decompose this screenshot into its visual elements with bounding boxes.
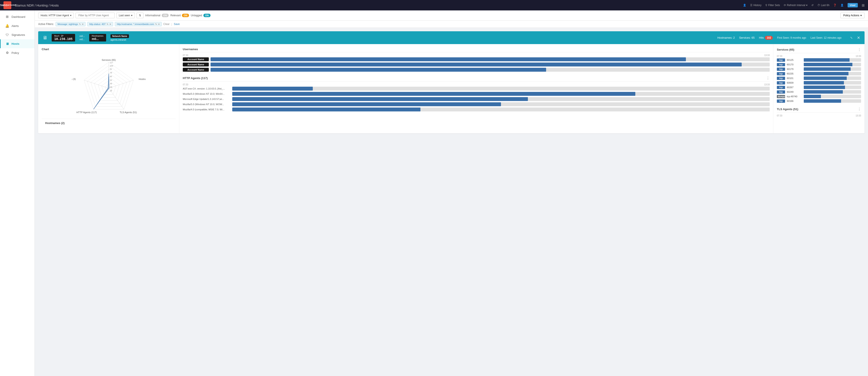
expand-icon[interactable]: ⤡ [850,36,852,39]
http-agent-bar-2 [232,97,528,101]
http-agents-more[interactable]: ⋮ [766,76,770,80]
filter-chip-0-edit[interactable]: ✎ [79,23,81,25]
proto-badge-8: dcerpc [777,95,785,98]
host-name-area: m0... m0... [80,35,85,40]
grid-icon[interactable]: ⊞ [862,3,865,7]
usernames-title: Usernames [183,48,198,51]
history-btn[interactable]: ☰ History [750,4,762,7]
sidebar-item-dashboard[interactable]: ⊞ Dashboard [0,12,34,21]
http-agent-bar-track-3 [232,102,770,106]
service-row-2: tcp 60179 [777,67,861,71]
refresh-interval-btn[interactable]: ⟳ Refresh Interval ▾ [784,4,807,7]
service-bar-3 [804,72,848,76]
service-row-1: tcp 60170 [777,63,861,66]
filter-type-dropdown[interactable]: Hosts: HTTP User Agent ▾ [38,12,74,18]
service-bar-track-3 [804,72,861,76]
hostnames-stat: Hostnames: 2 [717,36,735,39]
filter-input[interactable] [75,12,115,18]
svg-text:65: 65 [110,76,112,78]
service-row-4: tcp 60101 [777,77,861,80]
content-area: 🖥 Host IP 10.236.105 m0... m0... Hostnam… [35,28,868,376]
username-bar-2 [211,68,546,72]
user-badge[interactable]: User [847,3,858,7]
service-bar-track-0 [804,58,861,62]
http-agents-subsection: HTTP Agents (117) ⋮ 07:33 13:33 AST-exe-… [183,76,770,111]
service-bar-track-1 [804,63,861,66]
port-label-0: 60125 [787,59,802,61]
close-btn[interactable]: ✕ [857,35,860,40]
hosts-icon: 🖥 [5,42,9,46]
filter-chip-2-text: http.hostname: *.imrworldwide.com [117,23,154,25]
filter-chip-2: http.hostname: *.imrworldwide.com ✎ ✕ [115,22,161,26]
active-filters-label: Active Filters: [38,23,54,26]
svg-text:Usernames (3): Usernames (3) [72,78,76,80]
sidebar-item-alerts[interactable]: 🔔 Alerts [0,21,34,30]
logo[interactable]: STAMVS NETWORKS [3,1,11,9]
service-bar-track-7 [804,90,861,94]
filter-chip-1-remove[interactable]: ✕ [110,23,111,25]
filter-chip-2-remove[interactable]: ✕ [158,23,160,25]
policy-icon: ⚙ [5,51,9,55]
sidebar-label-signatures: Signatures [11,33,25,36]
sort-order-btn[interactable]: ⇅ [136,12,144,18]
filter-sets-btn[interactable]: ⚲ Filter Sets [765,4,780,7]
proto-badge-0: tcp [777,58,785,62]
service-bar-track-2 [804,67,861,71]
relevant-toggle[interactable]: ON [182,14,189,17]
help-btn[interactable]: ❓ [833,4,837,7]
sidebar-item-signatures[interactable]: 🛡 Signatures [0,30,34,39]
policy-actions-btn[interactable]: Policy Actions ▾ [840,12,865,18]
filter-chip-0-text: Message: sightings [58,23,78,25]
filter-chip-1-text: http.status: 407 [89,23,105,25]
sidebar-label-alerts: Alerts [11,24,19,28]
service-bar-5 [804,81,844,85]
sort-dropdown[interactable]: Last seen ▾ [116,12,135,18]
dashboard-icon: ⊞ [5,15,9,19]
hostname-badge: Hostnames m0... [89,34,106,41]
topnav: STAMVS NETWORKS Stamus NDR / Hunting / H… [0,0,868,10]
refresh-btn[interactable]: ↺ [811,4,813,7]
usernames-header: Usernames [183,48,770,52]
untagged-toggle[interactable]: ON [204,14,211,17]
service-bar-track-5 [804,81,861,85]
usernames-subsection: Usernames 07:33 13:33 Account Name [183,48,770,72]
service-bar-9 [804,99,841,103]
informational-toggle[interactable]: ON [162,14,169,17]
service-row-6: tcp 60267 [777,86,861,89]
logo-mark: STAMVS NETWORKS [3,1,11,9]
sidebar-label-hosts: Hosts [11,42,19,46]
http-agent-row-3: Mozilla/5.0 (Windows NT 10.0; WOW... [183,102,770,106]
services-title: Services (65) [777,48,794,51]
http-agent-bar-track-2 [232,97,770,101]
host-header: 🖥 Host IP 10.236.105 m0... m0... Hostnam… [38,31,865,44]
filter-chip-0-remove[interactable]: ✕ [82,23,84,25]
sidebar-item-policy[interactable]: ⚙ Policy [0,48,34,57]
proto-badge-2: tcp [777,67,785,71]
proto-badge-1: tcp [777,63,785,66]
service-bar-4 [804,77,847,80]
services-more[interactable]: ⋮ [858,48,861,52]
username-row-2: Account Name [183,68,770,72]
filter-bar: Active Filters: Message: sightings ✎ ✕ h… [35,21,868,28]
http-agent-label-0: AST-exe-C#, version: 1.10.63.0, [Ast_... [183,87,230,90]
username-bar-track-0 [211,57,770,61]
filter-save-btn[interactable]: Save [174,23,180,26]
port-label-8: tcp:49740 [787,95,802,98]
user-avatar[interactable]: 👤 [840,4,844,7]
service-bar-8 [804,95,821,98]
user-icon-btn[interactable]: 👤 [743,4,746,7]
filter-chip-2-edit[interactable]: ✎ [155,23,157,25]
service-row-3: tcp 60235 [777,72,861,76]
service-bar-7 [804,90,843,94]
tls-agents-more[interactable]: ⋮ [858,107,861,111]
http-agent-bar-track-1 [232,92,770,96]
radar-svg: 117 104 91 78 65 52 39 26 13 [72,56,146,116]
signatures-icon: 🛡 [5,33,9,37]
network-name-label: Network Name [111,34,129,38]
filter-chip-1-edit[interactable]: ✎ [106,23,108,25]
filter-clear-btn[interactable]: Clear [163,23,170,26]
sidebar-item-hosts[interactable]: 🖥 Hosts [0,39,34,48]
username-bar-track-1 [211,63,770,66]
last6h-btn[interactable]: ⏱ Last 6h [817,4,829,7]
service-row-0: tcp 60125 [777,58,861,62]
